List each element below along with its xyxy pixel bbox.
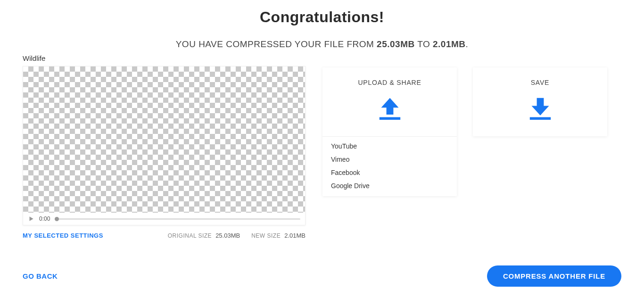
save-card[interactable]: SAVE <box>473 67 607 136</box>
new-size-label: NEW SIZE <box>251 232 281 239</box>
go-back-link[interactable]: GO BACK <box>23 272 58 280</box>
summary-new-size: 2.01MB <box>433 39 466 49</box>
new-size-value: 2.01MB <box>284 232 305 239</box>
save-title: SAVE <box>478 79 603 86</box>
svg-rect-1 <box>529 117 550 120</box>
summary-mid: TO <box>415 39 433 49</box>
summary-suffix: . <box>466 39 469 49</box>
video-time-display: 0:00 <box>39 215 50 222</box>
upload-icon[interactable] <box>327 95 452 122</box>
share-option-facebook[interactable]: Facebook <box>322 166 457 179</box>
share-option-vimeo[interactable]: Vimeo <box>322 153 457 166</box>
video-player-controls[interactable]: 0:00 <box>23 213 305 225</box>
video-preview-placeholder <box>23 66 305 213</box>
play-icon[interactable] <box>28 215 34 222</box>
share-option-google-drive[interactable]: Google Drive <box>322 179 457 196</box>
file-name-label: Wildlife <box>23 54 305 62</box>
compression-summary: YOU HAVE COMPRESSED YOUR FILE FROM 25.03… <box>23 39 621 50</box>
share-options-list: YouTube Vimeo Facebook Google Drive <box>322 136 457 196</box>
page-title: Congratulations! <box>23 8 621 26</box>
original-size-value: 25.03MB <box>215 232 240 239</box>
upload-share-card: UPLOAD & SHARE YouTube Vimeo Facebook Go <box>322 67 457 196</box>
summary-prefix: YOU HAVE COMPRESSED YOUR FILE FROM <box>176 39 377 49</box>
video-preview-box: 0:00 <box>23 66 305 225</box>
download-icon[interactable] <box>478 95 603 122</box>
video-seek-track[interactable] <box>55 218 300 220</box>
share-option-youtube[interactable]: YouTube <box>322 137 457 153</box>
original-size-label: ORIGINAL SIZE <box>168 232 212 239</box>
upload-share-title: UPLOAD & SHARE <box>327 79 452 86</box>
my-selected-settings-link[interactable]: MY SELECTED SETTINGS <box>23 232 103 239</box>
summary-original-size: 25.03MB <box>377 39 415 49</box>
compress-another-file-button[interactable]: COMPRESS ANOTHER FILE <box>487 265 621 287</box>
svg-rect-0 <box>379 117 400 120</box>
